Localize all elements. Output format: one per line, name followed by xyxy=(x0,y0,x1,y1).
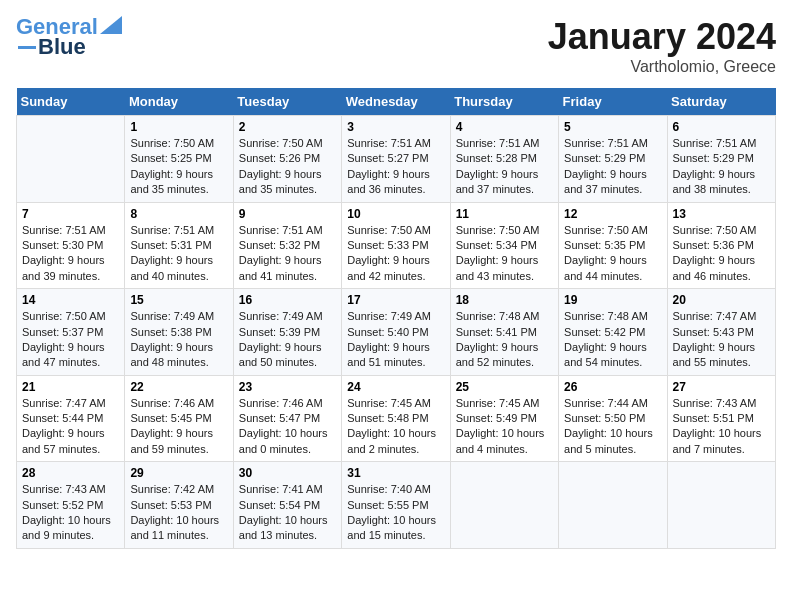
calendar-header-row: SundayMondayTuesdayWednesdayThursdayFrid… xyxy=(17,88,776,116)
col-header-thursday: Thursday xyxy=(450,88,558,116)
calendar-cell: 13Sunrise: 7:50 AMSunset: 5:36 PMDayligh… xyxy=(667,202,775,289)
calendar-cell: 21Sunrise: 7:47 AMSunset: 5:44 PMDayligh… xyxy=(17,375,125,462)
logo-arrow-icon xyxy=(100,16,122,34)
calendar-cell: 3Sunrise: 7:51 AMSunset: 5:27 PMDaylight… xyxy=(342,116,450,203)
calendar-cell xyxy=(667,462,775,549)
day-number: 27 xyxy=(673,380,770,394)
calendar-cell: 25Sunrise: 7:45 AMSunset: 5:49 PMDayligh… xyxy=(450,375,558,462)
calendar-cell: 6Sunrise: 7:51 AMSunset: 5:29 PMDaylight… xyxy=(667,116,775,203)
calendar-cell: 10Sunrise: 7:50 AMSunset: 5:33 PMDayligh… xyxy=(342,202,450,289)
day-number: 23 xyxy=(239,380,336,394)
calendar-week-row: 21Sunrise: 7:47 AMSunset: 5:44 PMDayligh… xyxy=(17,375,776,462)
day-number: 29 xyxy=(130,466,227,480)
day-number: 5 xyxy=(564,120,661,134)
day-number: 21 xyxy=(22,380,119,394)
cell-content: Sunrise: 7:48 AMSunset: 5:42 PMDaylight:… xyxy=(564,309,661,371)
col-header-saturday: Saturday xyxy=(667,88,775,116)
calendar-cell: 19Sunrise: 7:48 AMSunset: 5:42 PMDayligh… xyxy=(559,289,667,376)
cell-content: Sunrise: 7:50 AMSunset: 5:36 PMDaylight:… xyxy=(673,223,770,285)
cell-content: Sunrise: 7:51 AMSunset: 5:28 PMDaylight:… xyxy=(456,136,553,198)
day-number: 7 xyxy=(22,207,119,221)
calendar-cell: 30Sunrise: 7:41 AMSunset: 5:54 PMDayligh… xyxy=(233,462,341,549)
day-number: 3 xyxy=(347,120,444,134)
cell-content: Sunrise: 7:51 AMSunset: 5:30 PMDaylight:… xyxy=(22,223,119,285)
calendar-cell: 2Sunrise: 7:50 AMSunset: 5:26 PMDaylight… xyxy=(233,116,341,203)
day-number: 25 xyxy=(456,380,553,394)
day-number: 15 xyxy=(130,293,227,307)
col-header-wednesday: Wednesday xyxy=(342,88,450,116)
day-number: 12 xyxy=(564,207,661,221)
col-header-monday: Monday xyxy=(125,88,233,116)
calendar-cell xyxy=(559,462,667,549)
day-number: 26 xyxy=(564,380,661,394)
calendar-week-row: 1Sunrise: 7:50 AMSunset: 5:25 PMDaylight… xyxy=(17,116,776,203)
cell-content: Sunrise: 7:51 AMSunset: 5:27 PMDaylight:… xyxy=(347,136,444,198)
calendar-cell: 20Sunrise: 7:47 AMSunset: 5:43 PMDayligh… xyxy=(667,289,775,376)
cell-content: Sunrise: 7:50 AMSunset: 5:35 PMDaylight:… xyxy=(564,223,661,285)
cell-content: Sunrise: 7:43 AMSunset: 5:52 PMDaylight:… xyxy=(22,482,119,544)
logo-blue: Blue xyxy=(38,36,86,58)
cell-content: Sunrise: 7:51 AMSunset: 5:29 PMDaylight:… xyxy=(673,136,770,198)
day-number: 9 xyxy=(239,207,336,221)
cell-content: Sunrise: 7:51 AMSunset: 5:32 PMDaylight:… xyxy=(239,223,336,285)
calendar-cell: 23Sunrise: 7:46 AMSunset: 5:47 PMDayligh… xyxy=(233,375,341,462)
day-number: 2 xyxy=(239,120,336,134)
day-number: 13 xyxy=(673,207,770,221)
cell-content: Sunrise: 7:48 AMSunset: 5:41 PMDaylight:… xyxy=(456,309,553,371)
day-number: 11 xyxy=(456,207,553,221)
cell-content: Sunrise: 7:45 AMSunset: 5:49 PMDaylight:… xyxy=(456,396,553,458)
calendar-cell: 22Sunrise: 7:46 AMSunset: 5:45 PMDayligh… xyxy=(125,375,233,462)
day-number: 18 xyxy=(456,293,553,307)
cell-content: Sunrise: 7:50 AMSunset: 5:34 PMDaylight:… xyxy=(456,223,553,285)
cell-content: Sunrise: 7:49 AMSunset: 5:39 PMDaylight:… xyxy=(239,309,336,371)
day-number: 16 xyxy=(239,293,336,307)
calendar-week-row: 28Sunrise: 7:43 AMSunset: 5:52 PMDayligh… xyxy=(17,462,776,549)
calendar-cell: 24Sunrise: 7:45 AMSunset: 5:48 PMDayligh… xyxy=(342,375,450,462)
day-number: 31 xyxy=(347,466,444,480)
day-number: 19 xyxy=(564,293,661,307)
calendar-cell: 11Sunrise: 7:50 AMSunset: 5:34 PMDayligh… xyxy=(450,202,558,289)
page-subtitle: Vartholomio, Greece xyxy=(548,58,776,76)
calendar-cell xyxy=(17,116,125,203)
day-number: 8 xyxy=(130,207,227,221)
cell-content: Sunrise: 7:50 AMSunset: 5:26 PMDaylight:… xyxy=(239,136,336,198)
calendar-table: SundayMondayTuesdayWednesdayThursdayFrid… xyxy=(16,88,776,549)
calendar-week-row: 7Sunrise: 7:51 AMSunset: 5:30 PMDaylight… xyxy=(17,202,776,289)
calendar-cell: 16Sunrise: 7:49 AMSunset: 5:39 PMDayligh… xyxy=(233,289,341,376)
cell-content: Sunrise: 7:41 AMSunset: 5:54 PMDaylight:… xyxy=(239,482,336,544)
day-number: 10 xyxy=(347,207,444,221)
day-number: 14 xyxy=(22,293,119,307)
day-number: 17 xyxy=(347,293,444,307)
calendar-cell: 17Sunrise: 7:49 AMSunset: 5:40 PMDayligh… xyxy=(342,289,450,376)
calendar-cell: 9Sunrise: 7:51 AMSunset: 5:32 PMDaylight… xyxy=(233,202,341,289)
calendar-cell: 1Sunrise: 7:50 AMSunset: 5:25 PMDaylight… xyxy=(125,116,233,203)
day-number: 4 xyxy=(456,120,553,134)
calendar-cell: 14Sunrise: 7:50 AMSunset: 5:37 PMDayligh… xyxy=(17,289,125,376)
day-number: 1 xyxy=(130,120,227,134)
col-header-friday: Friday xyxy=(559,88,667,116)
calendar-cell: 31Sunrise: 7:40 AMSunset: 5:55 PMDayligh… xyxy=(342,462,450,549)
cell-content: Sunrise: 7:50 AMSunset: 5:37 PMDaylight:… xyxy=(22,309,119,371)
cell-content: Sunrise: 7:51 AMSunset: 5:29 PMDaylight:… xyxy=(564,136,661,198)
calendar-week-row: 14Sunrise: 7:50 AMSunset: 5:37 PMDayligh… xyxy=(17,289,776,376)
cell-content: Sunrise: 7:49 AMSunset: 5:40 PMDaylight:… xyxy=(347,309,444,371)
title-block: January 2024 Vartholomio, Greece xyxy=(548,16,776,76)
cell-content: Sunrise: 7:45 AMSunset: 5:48 PMDaylight:… xyxy=(347,396,444,458)
calendar-cell: 7Sunrise: 7:51 AMSunset: 5:30 PMDaylight… xyxy=(17,202,125,289)
logo: General Blue xyxy=(16,16,122,58)
cell-content: Sunrise: 7:50 AMSunset: 5:25 PMDaylight:… xyxy=(130,136,227,198)
cell-content: Sunrise: 7:46 AMSunset: 5:45 PMDaylight:… xyxy=(130,396,227,458)
calendar-cell: 5Sunrise: 7:51 AMSunset: 5:29 PMDaylight… xyxy=(559,116,667,203)
calendar-cell: 15Sunrise: 7:49 AMSunset: 5:38 PMDayligh… xyxy=(125,289,233,376)
cell-content: Sunrise: 7:42 AMSunset: 5:53 PMDaylight:… xyxy=(130,482,227,544)
calendar-cell: 12Sunrise: 7:50 AMSunset: 5:35 PMDayligh… xyxy=(559,202,667,289)
cell-content: Sunrise: 7:40 AMSunset: 5:55 PMDaylight:… xyxy=(347,482,444,544)
calendar-cell: 4Sunrise: 7:51 AMSunset: 5:28 PMDaylight… xyxy=(450,116,558,203)
cell-content: Sunrise: 7:47 AMSunset: 5:43 PMDaylight:… xyxy=(673,309,770,371)
cell-content: Sunrise: 7:44 AMSunset: 5:50 PMDaylight:… xyxy=(564,396,661,458)
cell-content: Sunrise: 7:47 AMSunset: 5:44 PMDaylight:… xyxy=(22,396,119,458)
day-number: 28 xyxy=(22,466,119,480)
col-header-tuesday: Tuesday xyxy=(233,88,341,116)
page-title: January 2024 xyxy=(548,16,776,58)
day-number: 30 xyxy=(239,466,336,480)
